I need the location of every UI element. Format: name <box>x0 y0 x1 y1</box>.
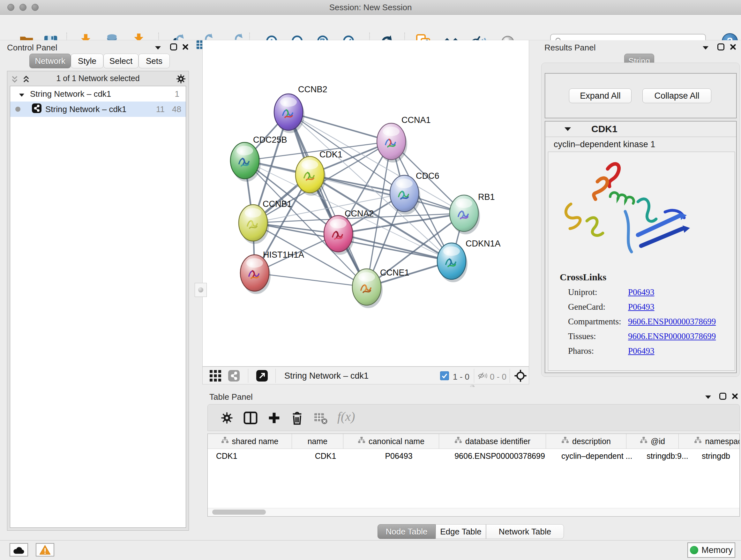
open-in-window-icon[interactable] <box>256 370 268 383</box>
node-label: HIST1H1A <box>263 250 304 260</box>
control-panel-close-icon[interactable] <box>182 44 189 52</box>
results-panel-close-icon[interactable] <box>730 44 737 52</box>
tab-style[interactable]: Style <box>71 54 104 68</box>
network-view-title: String Network – cdk1 <box>284 371 368 381</box>
tab-sets[interactable]: Sets <box>138 54 170 68</box>
tab-network[interactable]: Network <box>29 54 71 68</box>
add-column-icon[interactable] <box>268 412 280 426</box>
network-node-CDC6[interactable]: CDC6 <box>390 171 440 214</box>
left-splitter-handle[interactable] <box>195 283 207 297</box>
network-selection-status: 1 of 1 Network selected <box>7 74 189 83</box>
crosslink-uniprot-link[interactable]: P06493 <box>628 287 655 297</box>
table-panel-close-icon[interactable] <box>731 393 738 401</box>
table-panel-collapse-icon[interactable] <box>705 395 711 400</box>
entry-description: cyclin–dependent kinase 1 <box>554 139 655 149</box>
network-node-CCNA1[interactable]: CCNA1 <box>377 115 431 163</box>
grid-view-icon[interactable] <box>210 370 221 383</box>
control-panel-collapse-icon[interactable] <box>155 45 161 51</box>
table-row[interactable]: CDK1 CDK1 P06493 9606.ENSP00000378699 cy… <box>208 449 739 463</box>
cell-database-identifier[interactable]: 9606.ENSP00000378699 <box>447 449 553 463</box>
horizontal-scrollbar[interactable] <box>208 508 739 516</box>
network-canvas[interactable]: CCNB2CCNA1CDC25BCDK1CDC6RB1CCNB1CCNA2CDK… <box>202 40 529 367</box>
cell-description[interactable]: cyclin–dependent ... <box>553 449 642 463</box>
node-label: CDC25B <box>253 135 287 145</box>
table-header-row: shared name name canonical name database… <box>208 434 739 449</box>
crosslink-tissues-link[interactable]: 9606.ENSP00000378699 <box>628 331 716 341</box>
cell-id[interactable]: stringdb:9... <box>642 449 693 463</box>
memory-button[interactable]: Memory <box>687 543 735 558</box>
network-column-icon <box>694 436 702 446</box>
network-options-gear-icon[interactable] <box>176 74 186 85</box>
node-label: CDC6 <box>416 171 440 181</box>
cell-name[interactable]: CDK1 <box>300 449 351 463</box>
network-column-icon <box>640 436 648 446</box>
table-panel: Table Panel f(x) shared name name canoni… <box>202 387 741 540</box>
entry-caret-icon[interactable] <box>564 127 571 132</box>
network-column-icon <box>561 436 569 446</box>
network-graph[interactable]: CCNB2CCNA1CDC25BCDK1CDC6RB1CCNB1CCNA2CDK… <box>203 40 529 366</box>
warnings-button[interactable] <box>36 543 54 557</box>
scrollbar-thumb[interactable] <box>212 509 266 515</box>
memory-label: Memory <box>701 545 733 555</box>
network-panel-box: 1 of 1 Network selected String Network –… <box>7 71 189 531</box>
network-node-CDKN1A[interactable]: CDKN1A <box>437 239 501 282</box>
entry-header[interactable]: CDK1 <box>545 122 736 137</box>
tab-network-table[interactable]: Network Table <box>486 524 564 539</box>
tab-select[interactable]: Select <box>104 54 138 68</box>
network-node-HIST1H1A[interactable]: HIST1H1A <box>240 250 304 294</box>
network-collection-row[interactable]: String Network – cdk1 1 <box>10 86 186 102</box>
crosslink-label: GeneCard: <box>568 302 605 312</box>
node-label: CCNE1 <box>380 268 409 277</box>
column-header-id[interactable]: @id <box>626 434 679 449</box>
table-panel-title: Table Panel <box>209 392 253 402</box>
network-view-toolbar: String Network – cdk1 1 - 0 0 - 0 <box>202 367 529 384</box>
column-header-description[interactable]: description <box>546 434 626 449</box>
cell-namespace[interactable]: stringdb <box>693 449 740 463</box>
results-panel-collapse-icon[interactable] <box>703 45 709 51</box>
results-panel-title: Results Panel <box>544 43 596 53</box>
node-label: RB1 <box>478 192 495 202</box>
show-columns-icon[interactable] <box>244 412 258 426</box>
control-panel: Control Panel Network Style Select Sets … <box>3 40 190 537</box>
network-node-RB1[interactable]: RB1 <box>450 192 495 234</box>
crosslink-genecard-link[interactable]: P06493 <box>628 302 655 312</box>
network-node-CCNE1[interactable]: CCNE1 <box>352 268 409 308</box>
column-header-canonical-name[interactable]: canonical name <box>343 434 439 449</box>
network-tree: String Network – cdk1 1 String Network –… <box>10 86 186 528</box>
tab-node-table[interactable]: Node Table <box>378 524 435 539</box>
cloud-icon <box>12 546 25 554</box>
node-label: CCNA2 <box>345 209 374 219</box>
selected-checkbox-icon[interactable] <box>440 371 449 381</box>
crosslink-compartments-link[interactable]: 9606.ENSP00000378699 <box>628 317 716 327</box>
column-header-shared-name[interactable]: shared name <box>208 434 292 449</box>
collapse-all-button[interactable]: Collapse All <box>643 88 711 103</box>
column-header-name[interactable]: name <box>292 434 343 449</box>
hidden-eye-icon <box>478 371 488 382</box>
column-header-database-identifier[interactable]: database identifier <box>439 434 546 449</box>
node-table[interactable]: shared name name canonical name database… <box>207 434 740 516</box>
collection-caret-icon[interactable] <box>19 89 24 99</box>
expand-all-button[interactable]: Expand All <box>569 88 631 103</box>
cell-shared-name[interactable]: CDK1 <box>208 449 300 463</box>
memory-status-icon <box>690 546 698 554</box>
table-settings-gear-icon[interactable] <box>220 412 233 426</box>
network-node-CCNB2[interactable]: CCNB2 <box>274 84 327 133</box>
string-style-icon[interactable] <box>228 370 240 383</box>
crosslink-label: Tissues: <box>568 331 596 341</box>
network-node-CDK1[interactable]: CDK1 <box>295 150 342 196</box>
network-row-selected[interactable]: String Network – cdk1 11 48 <box>10 102 186 117</box>
network-column-icon <box>358 436 365 446</box>
tab-edge-table[interactable]: Edge Table <box>435 524 486 539</box>
table-panel-float-icon[interactable] <box>719 393 726 400</box>
toolbar-separator <box>248 369 248 383</box>
network-status-dot-icon <box>15 107 20 112</box>
column-header-namespace[interactable]: namespace <box>679 434 740 449</box>
crosslink-pharos-link[interactable]: P06493 <box>628 346 655 356</box>
cell-canonical-name[interactable]: P06493 <box>351 449 447 463</box>
results-panel-float-icon[interactable] <box>718 44 724 51</box>
node-result-entry: CDK1 cyclin–dependent kinase 1 <box>545 121 737 373</box>
delete-column-trash-icon[interactable] <box>291 411 304 426</box>
cloud-button[interactable] <box>10 543 28 557</box>
control-panel-float-icon[interactable] <box>170 44 177 51</box>
birdseye-crosshair-icon[interactable] <box>514 369 527 383</box>
